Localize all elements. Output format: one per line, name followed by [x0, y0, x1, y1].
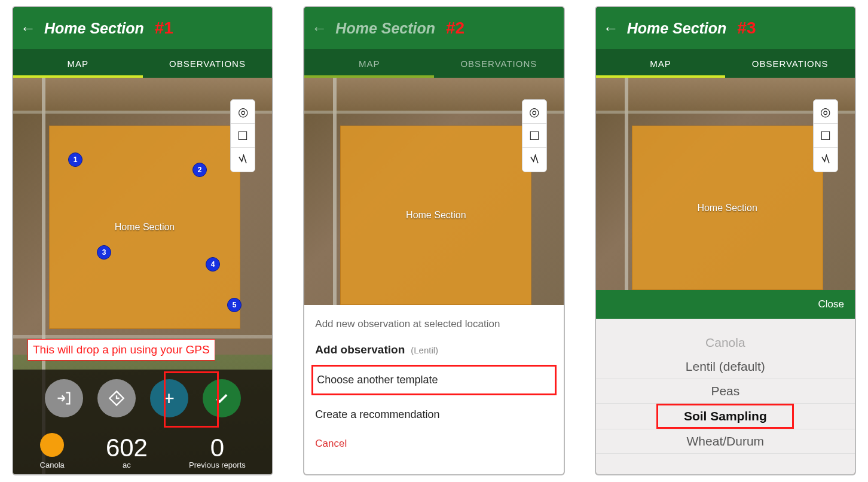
map-pin-5[interactable]: 5 [227, 298, 242, 312]
picker-option-peas[interactable]: Peas [596, 379, 855, 403]
tab-map[interactable]: MAP [596, 49, 726, 78]
page-title: Home Section [44, 20, 144, 37]
map[interactable]: Home Section + − ◎ ☐ [304, 78, 563, 305]
tab-observations[interactable]: OBSERVATIONS [434, 49, 564, 78]
tab-map[interactable]: MAP [13, 49, 143, 78]
layers-button[interactable] [814, 148, 838, 172]
annotation-hash: #2 [446, 19, 464, 38]
screen-3: ← Home Section #3 MAP OBSERVATIONS Home … [595, 6, 856, 475]
field-label: Home Section [697, 203, 757, 213]
add-observation-label: Add observation [315, 343, 405, 356]
enter-field-button[interactable] [45, 379, 83, 417]
reports-value: 0 [189, 435, 246, 460]
back-arrow-icon[interactable]: ← [311, 19, 327, 38]
fit-bounds-button[interactable]: ☐ [814, 124, 838, 148]
locate-gps-button[interactable]: ◎ [522, 100, 546, 124]
field-label: Home Section [406, 210, 466, 221]
annotation-highlight-box [164, 371, 219, 428]
annotation-hash: #3 [737, 19, 756, 38]
choose-template-item[interactable]: Choose another template [317, 371, 551, 389]
picker-option-soil-sampling[interactable]: Soil Sampling [658, 408, 792, 425]
crop-label: Canola [40, 460, 65, 469]
picker-option-canola[interactable]: Canola [596, 331, 855, 355]
back-arrow-icon[interactable]: ← [20, 19, 36, 38]
add-observation-item[interactable]: Add observation (Lentil) [315, 343, 552, 356]
annotation-hash: #1 [155, 19, 173, 38]
area-unit: ac [106, 460, 148, 469]
locate-gps-button[interactable]: ◎ [814, 100, 838, 124]
locate-gps-button[interactable]: ◎ [231, 100, 255, 124]
field-polygon[interactable]: Home Section [340, 126, 531, 305]
field-label: Home Section [115, 222, 175, 233]
screen-2: ← Home Section #2 MAP OBSERVATIONS Home … [303, 6, 564, 475]
template-picker[interactable]: Canola Lentil (default) Peas Soil Sampli… [596, 319, 855, 474]
tabs: MAP OBSERVATIONS [596, 49, 855, 78]
map-road [625, 78, 628, 290]
reports-stat[interactable]: 0 Previous reports [189, 435, 246, 469]
create-recommendation-item[interactable]: Create a recommendation [315, 400, 552, 429]
annotation-callout: This will drop a pin using your GPS [27, 339, 215, 361]
area-value: 602 [106, 435, 148, 460]
map-pin-1[interactable]: 1 [68, 152, 82, 167]
map-pin-2[interactable]: 2 [192, 163, 207, 177]
area-stat: 602 ac [106, 435, 148, 469]
map-pin-3[interactable]: 3 [97, 245, 111, 260]
picker-option-wheat[interactable]: Wheat/Durum [596, 429, 855, 453]
map[interactable]: Home Section + − ◎ ☐ [596, 78, 855, 290]
fit-bounds-button[interactable]: ☐ [231, 124, 255, 148]
topbar: ← Home Section #2 [304, 7, 563, 49]
directions-button[interactable] [97, 379, 136, 417]
tabs: MAP OBSERVATIONS [304, 49, 563, 78]
page-title: Home Section [627, 20, 727, 37]
enter-icon [56, 390, 72, 407]
picker-divider [596, 453, 855, 454]
tab-map[interactable]: MAP [304, 49, 434, 78]
crop-stat[interactable]: Canola [40, 433, 65, 469]
sheet-header: Add new observation at selected location [315, 318, 552, 330]
layers-button[interactable] [522, 148, 546, 172]
map-road [13, 335, 272, 338]
tab-observations[interactable]: OBSERVATIONS [143, 49, 273, 78]
tabs: MAP OBSERVATIONS [13, 49, 272, 78]
annotation-highlight-box: Choose another template [311, 365, 556, 395]
back-arrow-icon[interactable]: ← [603, 19, 619, 38]
stats-row: Canola 602 ac 0 Previous reports [13, 433, 272, 469]
action-sheet: Add new observation at selected location… [304, 305, 563, 474]
tab-observations[interactable]: OBSERVATIONS [725, 49, 855, 78]
map-pin-4[interactable]: 4 [206, 257, 220, 271]
map[interactable]: Home Section 1 2 3 4 5 + − ◎ ☐ This will… [13, 78, 272, 474]
topbar: ← Home Section #3 [596, 7, 855, 49]
field-polygon[interactable]: Home Section [632, 126, 823, 290]
cancel-button[interactable]: Cancel [315, 429, 552, 458]
fab-row: + [13, 379, 272, 417]
fit-bounds-button[interactable]: ☐ [522, 124, 546, 148]
annotation-highlight-box: Soil Sampling [656, 404, 794, 429]
reports-label: Previous reports [189, 460, 246, 469]
screen-1: ← Home Section #1 MAP OBSERVATIONS Home … [12, 6, 273, 475]
picker-option-lentil[interactable]: Lentil (default) [596, 355, 855, 379]
crop-swatch-icon [40, 433, 64, 457]
topbar: ← Home Section #1 [13, 7, 272, 49]
picker-close-bar: Close [596, 290, 855, 319]
directions-icon [108, 390, 125, 407]
page-title: Home Section [335, 20, 435, 37]
close-button[interactable]: Close [818, 298, 844, 310]
layers-button[interactable] [231, 148, 255, 172]
add-observation-crop: (Lentil) [411, 345, 438, 355]
